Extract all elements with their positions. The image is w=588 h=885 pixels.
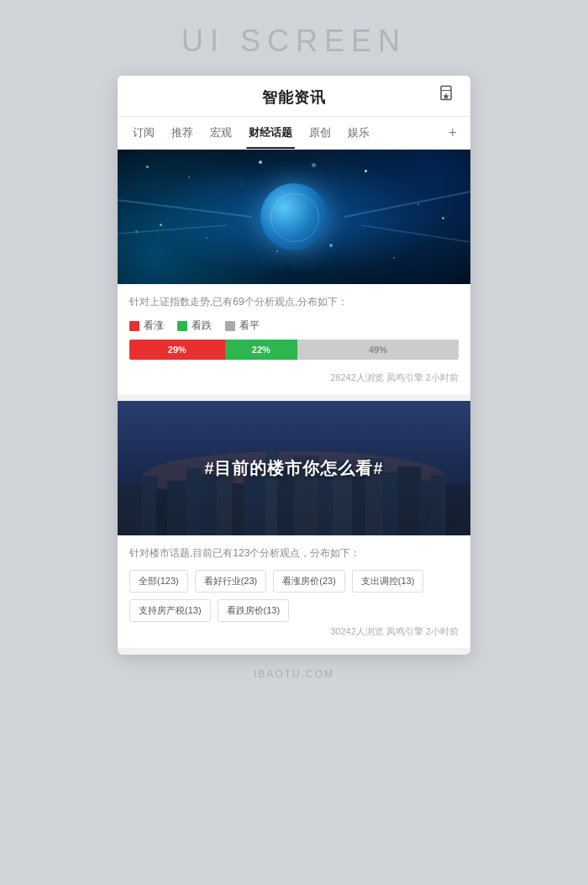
hero-text-realestate: #目前的楼市你怎么看# [204,457,383,480]
tab-finance[interactable]: 财经话题 [240,117,301,149]
tag-all[interactable]: 全部(123) [129,570,188,593]
phone-card: 智能资讯 订阅 推荐 宏观 财经话题 原创 娱乐 + [118,76,470,655]
hero-image-globe [118,150,470,284]
svg-line-5 [361,225,470,242]
tag-price-down[interactable]: 看跌房价(13) [218,599,290,622]
ui-screen-label: UI SCREEN [181,24,407,59]
bookmark-star-icon[interactable] [438,85,457,108]
tag-price-up[interactable]: 看涨房价(23) [273,570,345,593]
card-stock-desc: 针对上证指数走势,已有69个分析观点,分布如下： [129,294,459,310]
tag-bullish-industry[interactable]: 看好行业(23) [195,570,267,593]
tag-property-tax[interactable]: 支持房产税(13) [129,599,211,622]
svg-line-4 [118,225,227,234]
progress-seg-green: 22% [225,340,297,360]
tabs-bar: 订阅 推荐 宏观 财经话题 原创 娱乐 + [118,117,470,150]
legend-neutral: 看平 [225,319,260,333]
tab-add-button[interactable]: + [441,118,464,149]
legend-label-bullish: 看涨 [144,319,164,333]
card-realestate-body: 针对楼市话题,目前已有123个分析观点，分布如下： 全部(123) 看好行业(2… [118,535,470,648]
tab-recommend[interactable]: 推荐 [163,117,202,149]
legend-bullish: 看涨 [129,319,164,333]
card-stock-legend: 看涨 看跌 看平 [129,319,459,333]
legend-label-neutral: 看平 [239,319,260,333]
progress-seg-gray: 49% [297,340,459,360]
progress-seg-red: 29% [129,340,225,360]
card-realestate: #目前的楼市你怎么看# 针对楼市话题,目前已有123个分析观点，分布如下： 全部… [118,401,470,648]
hero-image-city: #目前的楼市你怎么看# [118,401,470,535]
app-title: 智能资讯 [262,87,326,108]
card-stock-body: 针对上证指数走势,已有69个分析观点,分布如下： 看涨 看跌 看平 [118,284,470,394]
card-realestate-footer: 30242人浏览 凤鸣引擎 2小时前 [129,622,459,638]
legend-dot-green [177,321,187,331]
tab-subscribe[interactable]: 订阅 [124,117,163,149]
svg-line-3 [344,192,470,217]
app-header: 智能资讯 [118,76,470,117]
tab-macro[interactable]: 宏观 [202,117,240,149]
content-area: 针对上证指数走势,已有69个分析观点,分布如下： 看涨 看跌 看平 [118,150,470,648]
card-stock: 针对上证指数走势,已有69个分析观点,分布如下： 看涨 看跌 看平 [118,150,470,394]
tab-original[interactable]: 原创 [301,117,339,149]
legend-dot-gray [225,321,235,331]
tag-regulation[interactable]: 支出调控(13) [352,570,424,593]
card-stock-footer: 28242人浏览 凤鸣引擎 2小时前 [129,368,459,384]
tags-container: 全部(123) 看好行业(23) 看涨房价(23) 支出调控(13) 支持房产税… [129,570,459,622]
legend-bearish: 看跌 [177,319,212,333]
legend-dot-red [129,321,139,331]
card-realestate-desc: 针对楼市话题,目前已有123个分析观点，分布如下： [129,545,459,561]
sentiment-progress-bar: 29% 22% 49% [129,340,459,360]
svg-line-2 [118,200,252,217]
legend-label-bearish: 看跌 [192,319,212,333]
hero-main-text: #目前的楼市你怎么看# [204,459,383,477]
watermark: IBAOTU.COM [254,668,334,680]
tab-entertainment[interactable]: 娱乐 [339,117,378,149]
